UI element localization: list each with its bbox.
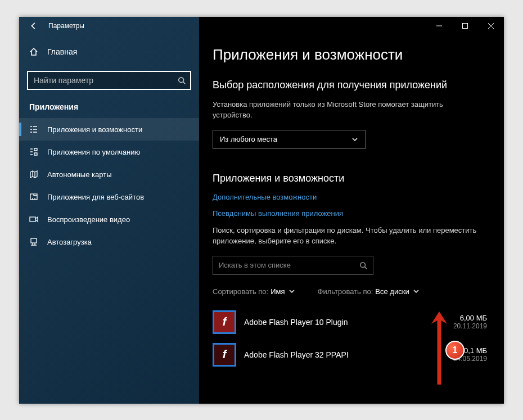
nav-startup[interactable]: Автозагрузка xyxy=(19,231,199,253)
sidebar-search[interactable] xyxy=(27,71,191,90)
page-title: Приложения и возможности xyxy=(213,46,504,64)
chevron-down-icon xyxy=(351,136,358,143)
sort-control[interactable]: Сортировать по: Имя xyxy=(213,287,295,296)
list-search[interactable] xyxy=(213,256,373,275)
sort-label: Сортировать по: xyxy=(213,287,268,296)
minimize-button[interactable] xyxy=(426,17,452,35)
source-description: Установка приложений только из Microsoft… xyxy=(213,100,504,121)
nav-label: Воспроизведение видео xyxy=(47,215,130,224)
apps-heading: Приложения и возможности xyxy=(213,171,504,185)
map-icon xyxy=(29,170,38,179)
svg-point-0 xyxy=(179,78,184,83)
list-icon xyxy=(29,125,38,134)
svg-point-5 xyxy=(360,263,366,268)
sidebar-section-title: Приложения xyxy=(19,90,199,118)
sidebar-home-label: Главная xyxy=(47,47,77,56)
app-meta: 6,00 МБ 20.11.2019 xyxy=(453,314,487,330)
defaults-icon xyxy=(29,147,38,156)
app-icon: f xyxy=(213,343,236,367)
app-row[interactable]: f Adobe Flash Player 32 PPAPI 20,1 МБ 24… xyxy=(213,338,487,371)
filter-value: Все диски xyxy=(375,287,409,296)
video-icon xyxy=(29,215,38,224)
home-icon xyxy=(29,47,38,56)
link-optional-features[interactable]: Дополнительные возможности xyxy=(213,193,504,201)
link-execution-aliases[interactable]: Псевдонимы выполнения приложения xyxy=(213,209,504,218)
chevron-down-icon xyxy=(413,288,420,295)
sidebar: Параметры Главная Приложения Приложения … xyxy=(19,17,199,404)
settings-window: Параметры Главная Приложения Приложения … xyxy=(19,17,504,404)
maximize-button[interactable] xyxy=(452,17,478,35)
nav-apps-features[interactable]: Приложения и возможности xyxy=(19,118,199,141)
titlebar: Параметры xyxy=(19,17,199,35)
app-icon: f xyxy=(213,310,236,334)
app-list: f Adobe Flash Player 10 Plugin 6,00 МБ 2… xyxy=(213,306,504,371)
app-row[interactable]: f Adobe Flash Player 10 Plugin 6,00 МБ 2… xyxy=(213,306,487,338)
svg-rect-2 xyxy=(30,217,35,222)
back-button[interactable] xyxy=(21,17,46,35)
search-input[interactable] xyxy=(27,71,191,90)
filter-control[interactable]: Фильтровать по: Все диски xyxy=(318,287,420,296)
nav-label: Приложения и возможности xyxy=(47,125,142,134)
search-icon xyxy=(178,76,186,84)
filter-description: Поиск, сортировка и фильтрация по дискам… xyxy=(213,225,504,247)
list-search-input[interactable] xyxy=(219,261,359,269)
nav-apps-websites[interactable]: Приложения для веб-сайтов xyxy=(19,186,199,208)
close-button[interactable] xyxy=(478,17,504,35)
chevron-down-icon xyxy=(288,288,295,295)
content-pane: Приложения и возможности Выбор расположе… xyxy=(199,17,504,404)
source-heading: Выбор расположения для получения приложе… xyxy=(213,78,504,92)
sidebar-home[interactable]: Главная xyxy=(19,42,199,62)
app-name: Adobe Flash Player 10 Plugin xyxy=(244,318,453,327)
app-size: 6,00 МБ xyxy=(453,314,487,322)
sidebar-nav: Приложения и возможности Приложения по у… xyxy=(19,118,199,253)
app-date: 20.11.2019 xyxy=(453,322,487,330)
search-icon xyxy=(359,261,367,269)
sort-value: Имя xyxy=(270,287,285,296)
dropdown-value: Из любого места xyxy=(220,135,277,143)
startup-icon xyxy=(29,237,38,246)
nav-offline-maps[interactable]: Автономные карты xyxy=(19,163,199,186)
sort-filter-row: Сортировать по: Имя Фильтровать по: Все … xyxy=(213,287,504,296)
nav-label: Приложения по умолчанию xyxy=(47,148,140,156)
nav-default-apps[interactable]: Приложения по умолчанию xyxy=(19,141,199,163)
window-controls xyxy=(426,17,504,35)
nav-label: Приложения для веб-сайтов xyxy=(47,193,144,201)
source-dropdown[interactable]: Из любого места xyxy=(213,130,366,149)
nav-label: Автозагрузка xyxy=(47,238,92,246)
nav-video-playback[interactable]: Воспроизведение видео xyxy=(19,208,199,231)
app-name: Adobe Flash Player 32 PPAPI xyxy=(244,350,453,359)
annotation-badge: 1 xyxy=(445,341,465,360)
nav-label: Автономные карты xyxy=(47,170,112,179)
svg-rect-3 xyxy=(31,238,37,243)
svg-rect-4 xyxy=(463,24,468,29)
filter-label: Фильтровать по: xyxy=(318,287,373,296)
website-icon xyxy=(29,192,38,201)
window-title: Параметры xyxy=(48,22,84,30)
